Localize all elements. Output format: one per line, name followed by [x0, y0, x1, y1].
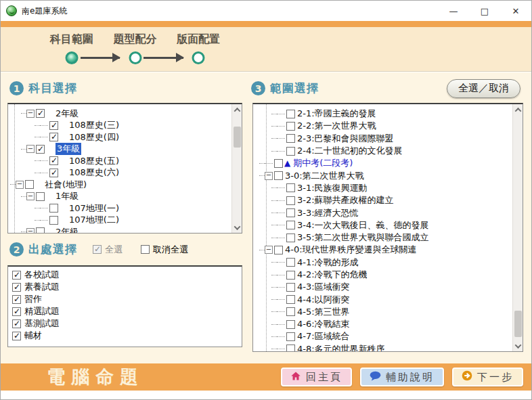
- range-tree-row[interactable]: 4-4:以阿衝突: [253, 293, 512, 305]
- collapse-icon[interactable]: [16, 181, 24, 189]
- range-tree-checkbox[interactable]: [286, 320, 295, 329]
- subject-tree-checkbox[interactable]: [25, 180, 34, 189]
- collapse-icon[interactable]: [26, 228, 35, 233]
- source-checkbox[interactable]: [12, 271, 21, 280]
- subject-tree-row[interactable]: 107地理(一): [8, 202, 231, 215]
- range-tree-item-label[interactable]: 3-4:一次大戰後日、義、德的發展: [297, 219, 429, 231]
- collapse-icon[interactable]: [265, 172, 273, 180]
- range-tree-row[interactable]: 3-4:一次大戰後日、義、德的發展: [253, 219, 512, 231]
- subject-tree-row[interactable]: 1年級: [8, 191, 231, 203]
- range-tree-item-label[interactable]: 3-0:第二次世界大戰: [285, 170, 364, 182]
- range-tree-checkbox[interactable]: [286, 110, 295, 118]
- range-tree-row[interactable]: 2-4:二十世紀初的文化發展: [253, 145, 512, 157]
- step-circle-3[interactable]: [192, 51, 205, 64]
- range-tree-item-label[interactable]: 4-3:區域衝突: [297, 281, 350, 293]
- select-all-checkbox-box[interactable]: [93, 245, 102, 254]
- range-tree-checkbox[interactable]: [286, 271, 295, 280]
- range-tree-item-label[interactable]: 2-1:帝國主義的發展: [297, 108, 376, 120]
- range-tree-item-label[interactable]: 4-7:區域統合: [297, 330, 350, 342]
- maximize-button[interactable]: □: [469, 1, 500, 21]
- help-button[interactable]: 輔助說明: [360, 368, 444, 386]
- range-tree-row[interactable]: 2-1:帝國主義的發展: [253, 108, 512, 120]
- subject-tree-item-label[interactable]: 108歷史(五): [69, 155, 119, 167]
- range-tree-item-label[interactable]: 2-4:二十世紀初的文化發展: [297, 145, 403, 157]
- range-tree-item-label[interactable]: 4-5:第三世界: [297, 306, 350, 318]
- source-list-item[interactable]: 基測試題: [8, 317, 242, 330]
- source-list-item[interactable]: 輔材: [8, 330, 242, 342]
- scroll-down-icon[interactable]: [513, 340, 523, 351]
- subject-tree-checkbox[interactable]: [49, 169, 58, 177]
- collapse-icon[interactable]: [265, 246, 273, 254]
- home-button[interactable]: 回主頁: [281, 368, 352, 386]
- range-tree-row[interactable]: 4-5:第三世界: [253, 306, 512, 318]
- scroll-up-icon[interactable]: [232, 104, 242, 115]
- range-tree-item-label[interactable]: 3-5:第二次世界大戰與聯合國成立: [297, 231, 429, 244]
- subject-tree-scrollbar[interactable]: [231, 104, 242, 233]
- range-tree-item-label[interactable]: 4-6:冷戰結束: [297, 318, 350, 330]
- subject-tree-checkbox[interactable]: [36, 227, 45, 233]
- source-checkbox[interactable]: [12, 332, 21, 340]
- subject-tree-row[interactable]: 108歷史(四): [8, 131, 231, 143]
- subject-tree-checkbox[interactable]: [36, 109, 45, 118]
- range-tree-row[interactable]: 4-8:多元的世界新秩序: [253, 343, 512, 351]
- range-tree-row[interactable]: 4-1:冷戰的形成: [253, 257, 512, 269]
- source-checkbox[interactable]: [12, 295, 21, 304]
- range-tree-checkbox[interactable]: [286, 134, 295, 143]
- range-tree-row[interactable]: 3-3:經濟大恐慌: [253, 206, 512, 219]
- source-list-item[interactable]: 精選試題: [8, 305, 242, 317]
- subject-tree-checkbox[interactable]: [49, 133, 58, 141]
- range-tree-checkbox[interactable]: [274, 159, 283, 168]
- select-all-toggle-button[interactable]: 全選／取消: [447, 79, 520, 98]
- range-tree-checkbox[interactable]: [274, 246, 283, 254]
- select-all-checkbox[interactable]: 全選: [91, 244, 123, 256]
- range-tree-item-label[interactable]: 4-0:現代世界秩序變遷與全球關連: [285, 244, 417, 256]
- collapse-icon[interactable]: [26, 110, 35, 118]
- subject-tree-item-label[interactable]: 社會(地理): [45, 179, 87, 191]
- subject-tree-item-label[interactable]: 108歷史(三): [69, 119, 119, 131]
- subject-tree-row[interactable]: 社會(地理): [8, 179, 231, 191]
- step-circle-1[interactable]: [66, 51, 79, 64]
- subject-tree-row[interactable]: 108歷史(五): [8, 155, 231, 167]
- range-tree-item-label[interactable]: 3-3:經濟大恐慌: [297, 207, 359, 219]
- source-list-item[interactable]: 各校試題: [8, 269, 242, 281]
- range-tree-checkbox[interactable]: [286, 345, 295, 351]
- deselect-all-checkbox-box[interactable]: [141, 245, 150, 254]
- range-tree-item-label[interactable]: 4-4:以阿衝突: [297, 294, 350, 306]
- subject-tree-row[interactable]: 2年級: [8, 108, 231, 120]
- deselect-all-checkbox[interactable]: 取消全選: [139, 244, 188, 256]
- range-tree-checkbox[interactable]: [286, 122, 295, 131]
- scrollbar-thumb[interactable]: [514, 311, 522, 337]
- range-tree-row[interactable]: 2-2:第一次世界大戰: [253, 120, 512, 132]
- range-tree-row[interactable]: 4-7:區域統合: [253, 330, 512, 342]
- range-tree-row[interactable]: 4-2:冷戰下的危機: [253, 269, 512, 281]
- subject-tree-item-label[interactable]: 2年級: [56, 226, 79, 233]
- range-tree-checkbox[interactable]: [286, 332, 295, 341]
- source-list-item[interactable]: 素養試題: [8, 281, 242, 293]
- range-tree-item-label[interactable]: 2-2:第一次世界大戰: [297, 120, 376, 132]
- subject-tree-checkbox[interactable]: [49, 156, 58, 165]
- range-tree-checkbox[interactable]: [286, 234, 295, 242]
- range-tree-row[interactable]: 3-2:蘇聯共產政權的建立: [253, 194, 512, 206]
- subject-tree-item-label[interactable]: 108歷史(四): [69, 131, 119, 143]
- subject-tree-row[interactable]: 108歷史(三): [8, 120, 231, 132]
- range-tree-row[interactable]: 3-5:第二次世界大戰與聯合國成立: [253, 231, 512, 244]
- range-tree-checkbox[interactable]: [274, 171, 283, 180]
- range-tree-checkbox[interactable]: [286, 208, 295, 217]
- next-step-button[interactable]: 下一步: [452, 368, 523, 386]
- scroll-up-icon[interactable]: [513, 104, 523, 115]
- collapse-icon[interactable]: [26, 145, 35, 153]
- subject-tree-checkbox[interactable]: [49, 216, 58, 225]
- range-tree-checkbox[interactable]: [286, 147, 295, 156]
- minimize-button[interactable]: —: [438, 1, 469, 21]
- range-tree-checkbox[interactable]: [286, 183, 295, 192]
- close-button[interactable]: ✕: [500, 1, 531, 21]
- subject-tree-row[interactable]: 2年級: [8, 226, 231, 233]
- range-tree-checkbox[interactable]: [286, 196, 295, 205]
- range-tree-checkbox[interactable]: [286, 283, 295, 292]
- range-tree-item-label[interactable]: 3-2:蘇聯共產政權的建立: [297, 194, 394, 206]
- source-checkbox[interactable]: [12, 307, 21, 316]
- subject-tree-item-label[interactable]: 1年級: [56, 190, 79, 202]
- subject-tree-item-label[interactable]: 107地理(一): [69, 202, 119, 215]
- subject-tree-row[interactable]: 108歷史(六): [8, 167, 231, 179]
- collapse-icon[interactable]: [26, 192, 35, 200]
